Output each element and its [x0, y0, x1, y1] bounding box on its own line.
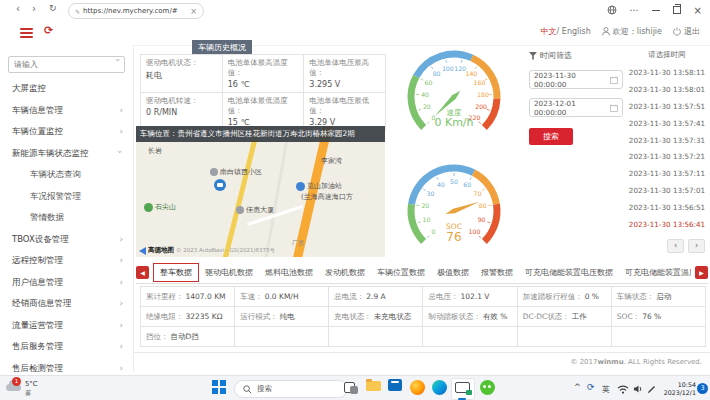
notification-badge[interactable]: 3 — [697, 383, 708, 394]
volume-icon[interactable] — [633, 384, 643, 394]
language-switch[interactable]: 中文/ English — [541, 26, 591, 37]
start-time-value: 2023-11-30 00:00:00 — [534, 71, 610, 89]
globe-icon[interactable] — [607, 5, 617, 15]
sidebar-item-vehicle-info[interactable]: 车辆信息管理› — [0, 100, 133, 122]
browser-reload-icon[interactable]: ↻ — [49, 3, 57, 13]
road-line — [263, 126, 292, 257]
menu-label: 售后检测管理 — [12, 363, 63, 373]
timestamp-item[interactable]: 2023-11-30 13:57:01 — [627, 183, 707, 200]
sidebar-item-alarm-mgmt[interactable]: 车况报警管理 — [0, 186, 133, 208]
browser-back-icon[interactable]: ‹ — [16, 3, 20, 14]
map-poi-mountain: 石尖山 — [144, 202, 176, 212]
browser-forward-icon[interactable]: › — [32, 3, 36, 14]
file-explorer-icon[interactable] — [366, 381, 381, 391]
cell-label: 驱动电机状态： — [146, 58, 217, 68]
weather-widget[interactable]: 5°C 雾 — [25, 380, 37, 397]
tab-drive-motor[interactable]: 驱动电机数据 — [199, 264, 259, 281]
sidebar-item-tbox[interactable]: TBOX设备管理› — [0, 229, 133, 251]
timestamp-item[interactable]: 2023-11-30 13:58:01 — [627, 82, 707, 99]
sidebar-search-input[interactable] — [8, 56, 125, 73]
timestamp-item[interactable]: 2023-11-30 13:57:21 — [627, 149, 707, 166]
sidebar-item-remote-control[interactable]: 远程控制管理› — [0, 250, 133, 272]
overview-cell: 电池单体最低温度值：15 ℃ — [222, 93, 304, 131]
map-attribution: 高德地图 © 2023 AutoNavi - GS(2021)6375号 — [139, 246, 275, 255]
cell-value: 耗电 — [146, 70, 217, 81]
sidebar-item-traffic-ops[interactable]: 流量运营管理› — [0, 315, 133, 337]
timestamp-item[interactable]: 2023-11-30 13:57:11 — [627, 166, 707, 183]
svg-text:60: 60 — [463, 181, 471, 188]
menu-label: 流量运营管理 — [12, 320, 63, 330]
end-time-input[interactable]: 2023-12-01 00:00:00 — [529, 98, 623, 117]
firefox-icon[interactable] — [410, 380, 425, 395]
edge-icon[interactable] — [432, 380, 447, 395]
pen-icon[interactable] — [647, 384, 657, 394]
map[interactable]: 车辆位置：贵州省遵义市播州区桂花新街道万寿北街椿林家园2期 长岩 南白镇西小区 … — [136, 126, 385, 257]
menu-label: 远程控制管理 — [12, 255, 63, 265]
task-view-icon[interactable] — [344, 380, 360, 396]
sidebar-item-vehicle-location[interactable]: 车辆位置监控› — [0, 121, 133, 143]
end-time-value: 2023-12-01 00:00:00 — [534, 99, 610, 117]
poi-icon — [144, 203, 153, 212]
sync-icon[interactable]: ⟳ — [587, 382, 595, 392]
chevron-right-icon: › — [119, 336, 123, 358]
timestamp-item[interactable]: 2023-11-30 13:57:31 — [627, 133, 707, 150]
logout-button[interactable]: 退出 — [673, 26, 700, 37]
tab-extreme[interactable]: 极值数据 — [431, 264, 475, 281]
tab-vehicle-data[interactable]: 整车数据 — [153, 263, 199, 282]
sidebar-item-nev-status[interactable]: 新能源车辆状态监控› — [0, 143, 133, 165]
tab-alarm[interactable]: 报警数据 — [475, 264, 519, 281]
timestamp-item-selected[interactable]: 2023-11-30 13:56:41 — [627, 217, 707, 234]
tab-engine[interactable]: 发动机数据 — [319, 264, 371, 281]
minimize-icon[interactable] — [652, 10, 660, 11]
lang-zh[interactable]: 中文 — [541, 27, 557, 36]
more-icon[interactable]: ⋯ — [630, 5, 639, 15]
sidebar-item-vehicle-status-query[interactable]: 车辆状态查询 — [0, 164, 133, 186]
map-label: 长岩 — [148, 146, 162, 156]
timestamp-item[interactable]: 2023-11-30 13:57:51 — [627, 99, 707, 116]
time-filter-label: 时间筛选 — [540, 50, 572, 61]
sidebar-item-dealer-info[interactable]: 经销商信息管理› — [0, 293, 133, 315]
browser-tab[interactable]: ✎ https://nev.mychery.com/# × — [68, 3, 204, 19]
tabs-scroll-right-button[interactable]: ▶ — [695, 266, 708, 279]
tab-storage-voltage[interactable]: 可充电储能装置电压数据 — [519, 264, 619, 281]
tab-location[interactable]: 车辆位置数据 — [371, 264, 431, 281]
page-next-button[interactable]: › — [688, 239, 705, 253]
clock-widget[interactable]: 10:54 2023/12/1 — [658, 381, 696, 397]
tray-chevron-icon[interactable]: ^ — [574, 383, 581, 392]
timestamp-item[interactable]: 2023-11-30 13:56:51 — [627, 200, 707, 217]
store-icon[interactable] — [388, 379, 402, 391]
map-poi-residential: 南白镇西小区 — [210, 167, 262, 177]
menu-toggle-icon[interactable] — [20, 28, 33, 38]
svg-text:40: 40 — [437, 181, 445, 188]
chevron-right-icon: › — [119, 229, 123, 251]
taskbar-search[interactable]: 搜索 — [234, 380, 348, 398]
window-close-icon[interactable]: × — [694, 5, 702, 16]
search-button[interactable]: 搜索 — [529, 128, 573, 145]
refresh-icon[interactable]: ⟳ — [44, 24, 53, 37]
sidebar-item-dashboard[interactable]: 大屏监控 — [0, 78, 133, 100]
tray-date: 2023/12/1 — [658, 389, 696, 397]
start-time-input[interactable]: 2023-11-30 00:00:00 — [529, 70, 623, 89]
wechat-icon[interactable] — [480, 380, 495, 395]
page-prev-button[interactable]: ‹ — [667, 239, 684, 253]
chevron-down-icon[interactable]: › — [113, 58, 123, 62]
ime-indicator[interactable]: 英 — [602, 384, 610, 395]
tab-close-icon[interactable]: × — [190, 7, 197, 16]
tab-storage-temp[interactable]: 可充电储能装置温度数据 — [619, 264, 691, 281]
chevron-right-icon: › — [119, 100, 123, 122]
lang-en[interactable]: / English — [557, 27, 591, 36]
sidebar-item-user-info[interactable]: 用户信息管理› — [0, 272, 133, 294]
timestamp-item[interactable]: 2023-11-30 13:58:11 — [627, 65, 707, 82]
screencast-icon[interactable] — [455, 382, 470, 393]
timestamp-item[interactable]: 2023-11-30 13:57:41 — [627, 116, 707, 133]
start-button-icon[interactable] — [212, 380, 228, 396]
menu-label: 警情数据 — [30, 212, 64, 222]
tabs-scroll-left-button[interactable]: ◀ — [136, 266, 149, 279]
tab-fuel-cell[interactable]: 燃料电池数据 — [259, 264, 319, 281]
sidebar-item-aftersales-service[interactable]: 售后服务管理› — [0, 336, 133, 358]
wifi-icon[interactable] — [617, 385, 629, 394]
restore-icon[interactable] — [673, 6, 681, 14]
vehicle-marker-icon[interactable] — [214, 179, 226, 191]
table-cell: 加速踏板行程值：0 % — [517, 287, 611, 307]
sidebar-item-alarm-data[interactable]: 警情数据 — [0, 207, 133, 229]
